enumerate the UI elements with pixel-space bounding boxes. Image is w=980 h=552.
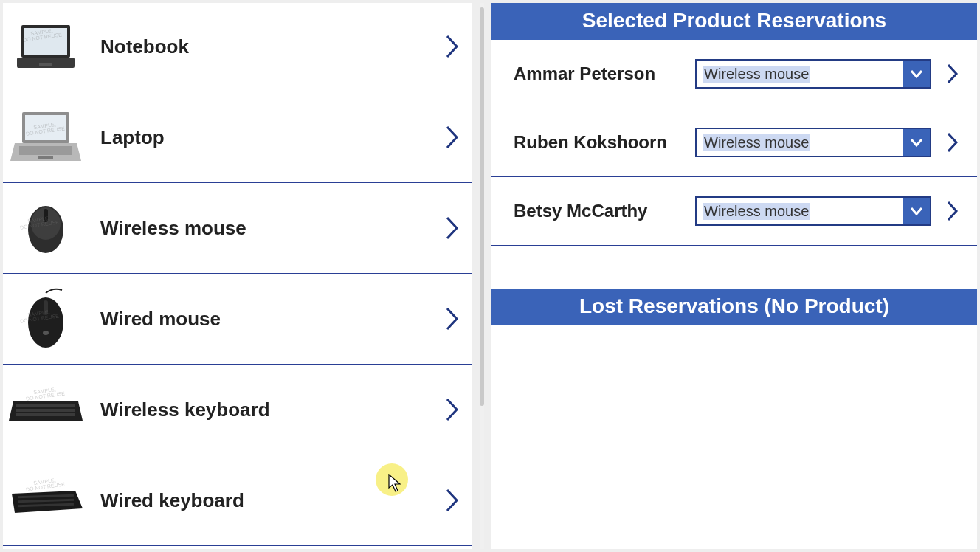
reservation-row: Ammar Peterson Wireless mouse [491,40,977,108]
chevron-right-icon [441,395,463,424]
product-label: Wireless keyboard [83,399,441,421]
chevron-right-icon [441,123,463,152]
chevron-right-icon [441,304,463,334]
chevron-down-icon[interactable] [903,61,930,87]
lost-reservations-section: Lost Reservations (No Product) [491,289,977,325]
product-thumb-wired-mouse: SAMPLE,DO NOT REUSE [9,286,83,352]
product-thumb-laptop: SAMPLE,DO NOT REUSE [9,104,83,170]
product-label: Laptop [83,126,441,149]
scrollbar[interactable] [480,3,484,549]
svg-point-14 [43,331,49,335]
svg-rect-13 [44,300,48,315]
chevron-right-icon[interactable] [942,63,964,85]
product-thumb-wireless-keyboard: SAMPLE,DO NOT REUSE [9,376,83,443]
product-list-panel: SAMPLE,DO NOT REUSE Notebook SAMPLE,DO N… [3,3,472,549]
product-select[interactable]: Wireless mouse [695,128,931,157]
product-select-value: Wireless mouse [697,129,903,156]
chevron-down-icon[interactable] [903,198,930,224]
reservation-name: Ruben Kokshoorn [514,132,695,153]
selected-reservations-header: Selected Product Reservations [491,3,977,40]
product-label: Wired keyboard [83,489,441,512]
svg-rect-1 [24,28,67,55]
svg-rect-3 [39,63,52,66]
lost-reservations-header: Lost Reservations (No Product) [491,289,977,325]
scrollbar-thumb[interactable] [480,7,484,406]
reservation-row: Ruben Kokshoorn Wireless mouse [491,108,977,177]
app-root: SAMPLE,DO NOT REUSE Notebook SAMPLE,DO N… [3,3,977,549]
product-row-laptop[interactable]: SAMPLE,DO NOT REUSE Laptop [3,92,472,183]
product-label: Wireless mouse [83,217,441,240]
svg-rect-11 [44,209,48,222]
product-select[interactable]: Wireless mouse [695,59,931,89]
reservation-name: Ammar Peterson [514,63,695,84]
product-select[interactable]: Wireless mouse [695,196,931,226]
svg-rect-7 [19,146,72,155]
chevron-right-icon[interactable] [942,131,964,153]
svg-rect-8 [38,156,53,159]
svg-rect-5 [25,115,66,140]
product-select-value: Wireless mouse [697,61,903,87]
svg-rect-16 [16,404,75,407]
product-thumb-wired-keyboard: SAMPLE,DO NOT REUSE [9,467,83,534]
reservation-row: Betsy McCarthy Wireless mouse [491,177,977,246]
product-select-value: Wireless mouse [697,198,903,224]
chevron-right-icon [441,486,463,515]
product-thumb-notebook: SAMPLE,DO NOT REUSE [9,13,83,80]
product-label: Wired mouse [83,308,441,331]
svg-rect-17 [16,409,75,412]
chevron-right-icon [441,32,463,61]
product-row-notebook[interactable]: SAMPLE,DO NOT REUSE Notebook [3,3,472,92]
chevron-right-icon [441,213,463,243]
reservations-panel: Selected Product Reservations Ammar Pete… [491,3,977,549]
product-label: Notebook [83,35,441,58]
product-row-wireless-mouse[interactable]: SAMPLE,DO NOT REUSE Wireless mouse [3,183,472,274]
product-thumb-wireless-mouse: SAMPLE,DO NOT REUSE [9,195,83,261]
chevron-down-icon[interactable] [903,129,930,156]
product-row-wired-keyboard[interactable]: SAMPLE,DO NOT REUSE Wired keyboard [3,455,472,546]
svg-rect-18 [16,413,75,416]
product-row-wireless-keyboard[interactable]: SAMPLE,DO NOT REUSE Wireless keyboard [3,365,472,455]
reservation-name: Betsy McCarthy [514,201,695,221]
chevron-right-icon[interactable] [942,200,964,222]
product-row-wired-mouse[interactable]: SAMPLE,DO NOT REUSE Wired mouse [3,274,472,365]
